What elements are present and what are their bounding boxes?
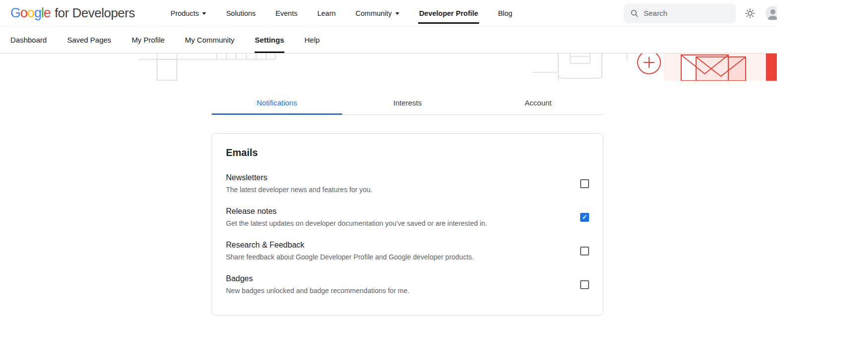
plus-circle-icon: [638, 53, 660, 74]
emails-card-title: Emails: [226, 147, 589, 158]
subnav-item-label: My Profile: [132, 36, 165, 44]
newsletters-checkbox[interactable]: [580, 179, 589, 188]
nav-item-products[interactable]: Products: [170, 7, 206, 19]
email-pref-row-research-feedback: Research & Feedback Share feedback about…: [226, 240, 589, 262]
primary-nav: Products Solutions Events Learn Communit…: [170, 7, 512, 19]
subnav-item-label: Help: [305, 36, 320, 44]
decorative-grid-left: [139, 53, 287, 81]
user-avatar-icon: [765, 6, 777, 21]
google-for-developers-logo[interactable]: Google for Developers: [10, 5, 135, 21]
page: Google for Developers Products Solutions…: [0, 0, 777, 315]
chevron-down-icon: [202, 12, 206, 15]
chevron-down-icon: [395, 12, 399, 15]
email-pref-title: Newsletters: [226, 172, 373, 183]
nav-item-label: Learn: [317, 9, 335, 17]
email-pref-text: Research & Feedback Share feedback about…: [226, 240, 474, 262]
top-header: Google for Developers Products Solutions…: [0, 0, 777, 27]
badges-checkbox[interactable]: [580, 280, 589, 289]
tab-interests[interactable]: Interests: [342, 93, 473, 114]
email-pref-description: Get the latest updates on developer docu…: [226, 218, 487, 228]
nav-item-learn[interactable]: Learn: [317, 7, 335, 19]
envelopes-icon: [681, 55, 746, 81]
email-pref-description: Share feedback about Google Developer Pr…: [226, 252, 474, 262]
release-notes-checkbox[interactable]: [580, 213, 589, 222]
red-edge-bar: [766, 53, 777, 81]
email-pref-description: The latest developer news and features f…: [226, 185, 373, 195]
email-pref-title: Badges: [226, 273, 409, 284]
subnav-item-saved-pages[interactable]: Saved Pages: [67, 27, 111, 53]
nav-item-blog[interactable]: Blog: [498, 7, 512, 19]
email-pref-row-badges: Badges New badges unlocked and badge rec…: [226, 273, 589, 296]
sun-icon: [745, 8, 756, 19]
nav-item-developer-profile[interactable]: Developer Profile: [419, 7, 478, 19]
email-pref-title: Research & Feedback: [226, 240, 474, 251]
nav-item-events[interactable]: Events: [275, 7, 297, 19]
subnav-item-label: Settings: [255, 36, 284, 44]
subnav-item-label: Dashboard: [10, 36, 47, 44]
email-pref-row-newsletters: Newsletters The latest developer news an…: [226, 172, 589, 195]
hero-banner: [0, 53, 777, 81]
subnav-item-help[interactable]: Help: [305, 27, 320, 53]
subnav-item-label: My Community: [185, 36, 234, 44]
profile-subnav: Dashboard Saved Pages My Profile My Comm…: [0, 27, 777, 53]
nav-item-label: Developer Profile: [419, 9, 478, 17]
tab-account[interactable]: Account: [473, 93, 603, 114]
settings-tabs: Notifications Interests Account: [212, 93, 603, 115]
subnav-item-settings[interactable]: Settings: [255, 27, 284, 53]
nav-item-label: Community: [356, 9, 392, 17]
emails-card: Emails Newsletters The latest developer …: [212, 133, 603, 315]
logo-suffix: for Developers: [54, 5, 135, 21]
theme-toggle-button[interactable]: [745, 8, 756, 19]
subnav-item-my-profile[interactable]: My Profile: [132, 27, 165, 53]
search-input[interactable]: [644, 9, 729, 17]
nav-item-solutions[interactable]: Solutions: [226, 7, 256, 19]
subnav-item-label: Saved Pages: [67, 36, 111, 44]
user-avatar[interactable]: [765, 6, 777, 21]
subnav-item-my-community[interactable]: My Community: [185, 27, 234, 53]
google-logo-wordmark: Google: [10, 5, 51, 21]
nav-item-label: Events: [275, 9, 297, 17]
subnav-item-dashboard[interactable]: Dashboard: [10, 27, 47, 53]
nav-item-label: Blog: [498, 9, 512, 17]
tab-notifications[interactable]: Notifications: [212, 93, 342, 114]
decorative-grid-right: [533, 53, 627, 81]
email-pref-title: Release notes: [226, 206, 487, 217]
email-pref-row-release-notes: Release notes Get the latest updates on …: [226, 206, 589, 228]
search-box[interactable]: [624, 3, 736, 23]
search-icon: [630, 8, 639, 18]
email-pref-description: New badges unlocked and badge recommenda…: [226, 286, 409, 296]
email-pref-text: Newsletters The latest developer news an…: [226, 172, 373, 195]
nav-item-label: Solutions: [226, 9, 256, 17]
email-pref-text: Release notes Get the latest updates on …: [226, 206, 487, 228]
nav-item-label: Products: [170, 9, 199, 17]
research-feedback-checkbox[interactable]: [580, 247, 589, 255]
decorative-illustration-right: [533, 53, 777, 81]
email-pref-text: Badges New badges unlocked and badge rec…: [226, 273, 409, 296]
nav-item-community[interactable]: Community: [356, 7, 399, 19]
